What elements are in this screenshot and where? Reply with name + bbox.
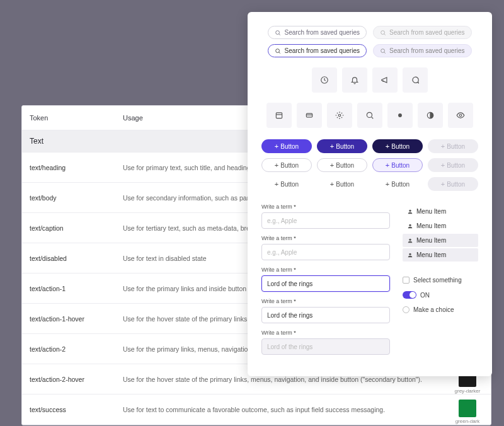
radio-icon xyxy=(403,306,410,313)
radio-control[interactable]: Make a choice xyxy=(403,306,478,313)
icon-button-row xyxy=(261,67,478,93)
menu-item[interactable]: Menu Item xyxy=(403,205,478,218)
clock-icon-button[interactable] xyxy=(312,67,337,93)
field-label: Write a term xyxy=(261,298,390,304)
table-row: text/success Use for text to communicate… xyxy=(22,394,491,425)
button-primary-active[interactable]: +Button xyxy=(372,139,423,153)
token-usage: Use for text to communicate a favorable … xyxy=(115,401,491,418)
token-name: text/caption xyxy=(22,219,115,237)
button-primary-hover[interactable]: +Button xyxy=(317,139,367,153)
svg-rect-9 xyxy=(276,113,282,118)
search-icon xyxy=(275,30,281,36)
button-outline-disabled: +Button xyxy=(428,158,478,172)
chat-icon-button[interactable] xyxy=(403,67,428,93)
card-icon xyxy=(305,111,314,120)
search-pill-muted[interactable]: Search from saved queries xyxy=(373,26,472,39)
button-label: Button xyxy=(447,162,465,169)
bell-icon-button[interactable] xyxy=(342,67,367,93)
search-icon-button[interactable] xyxy=(357,103,382,128)
calendar-icon-button[interactable] xyxy=(266,103,292,128)
plus-icon: + xyxy=(275,181,278,188)
plus-icon: + xyxy=(330,162,334,169)
calendar-icon xyxy=(275,111,284,120)
search-pill-label: Search from saved queries xyxy=(284,29,360,36)
token-name: text/action-2-hover xyxy=(22,371,115,388)
sun-icon xyxy=(396,111,404,120)
button-outline[interactable]: +Button xyxy=(261,158,312,172)
card-icon-button[interactable] xyxy=(297,103,322,128)
svg-point-21 xyxy=(409,238,411,240)
search-icon xyxy=(380,48,386,54)
sun-icon-button[interactable] xyxy=(387,103,413,128)
plus-icon: + xyxy=(275,162,278,169)
svg-line-5 xyxy=(279,52,280,53)
checkbox-icon xyxy=(403,277,410,284)
token-name: text/action-2 xyxy=(22,340,115,358)
token-name: text/action-1 xyxy=(22,280,115,297)
button-ghost-hover[interactable]: +Button xyxy=(317,177,367,191)
color-swatch: green-dark xyxy=(452,400,483,424)
svg-line-7 xyxy=(384,52,386,53)
field-label: Write a term xyxy=(261,330,390,336)
eye-icon xyxy=(456,111,465,120)
button-label: Button xyxy=(391,181,410,188)
field-label: Write a term xyxy=(261,267,390,273)
menu-item-selected[interactable]: Menu Item xyxy=(403,248,478,262)
text-input-empty[interactable] xyxy=(261,212,390,229)
token-name: text/success xyxy=(22,401,115,418)
svg-point-18 xyxy=(459,114,462,117)
button-ghost-active[interactable]: +Button xyxy=(372,177,423,191)
menu-item-hover[interactable]: Menu Item xyxy=(403,234,478,247)
person-icon xyxy=(407,223,413,229)
search-pill-default[interactable]: Search from saved queries xyxy=(268,26,367,39)
eye-icon-button[interactable] xyxy=(448,103,473,128)
search-pill-active-bg[interactable]: Search from saved queries xyxy=(373,44,472,57)
search-icon xyxy=(365,111,374,120)
svg-point-13 xyxy=(338,114,341,117)
button-grid: +Button +Button +Button +Button +Button … xyxy=(261,139,478,191)
toggle-icon xyxy=(403,291,416,299)
text-input-disabled xyxy=(261,338,390,355)
button-outline-active[interactable]: +Button xyxy=(372,158,423,172)
svg-point-16 xyxy=(399,114,402,117)
search-icon xyxy=(275,48,281,54)
svg-point-2 xyxy=(381,30,385,34)
contrast-icon xyxy=(426,111,435,120)
search-pill-label: Search from saved queries xyxy=(389,47,465,54)
text-input-empty[interactable] xyxy=(261,244,390,260)
svg-point-14 xyxy=(367,112,372,117)
text-input-focus[interactable] xyxy=(261,275,390,292)
icon-button-row xyxy=(261,103,478,128)
menu-list: Menu Item Menu Item Menu Item Menu Item xyxy=(403,205,478,262)
megaphone-icon-button[interactable] xyxy=(372,67,398,93)
checkbox-label: Select something xyxy=(413,277,462,284)
text-input-filled[interactable] xyxy=(261,307,390,323)
toggle-label: ON xyxy=(420,292,430,299)
contrast-icon-button[interactable] xyxy=(418,103,443,128)
field-group: Write a term xyxy=(261,235,390,260)
toggle-control[interactable]: ON xyxy=(403,291,478,299)
field-group: Write a term xyxy=(261,204,390,229)
button-ghost-disabled: +Button xyxy=(428,177,478,191)
person-icon xyxy=(407,252,413,258)
button-label: Button xyxy=(391,162,410,169)
svg-point-6 xyxy=(381,49,385,52)
button-label: Button xyxy=(336,143,354,150)
side-column: Menu Item Menu Item Menu Item Menu Item … xyxy=(403,204,478,355)
menu-item[interactable]: Menu Item xyxy=(403,219,478,233)
plus-icon: + xyxy=(386,181,389,188)
svg-point-19 xyxy=(409,209,411,211)
menu-item-label: Menu Item xyxy=(416,237,446,244)
gear-icon xyxy=(335,111,344,120)
svg-line-3 xyxy=(384,33,386,35)
search-pill-active[interactable]: Search from saved queries xyxy=(268,44,367,57)
gear-icon-button[interactable] xyxy=(327,103,352,128)
button-primary[interactable]: +Button xyxy=(261,139,312,153)
search-icon xyxy=(380,30,386,36)
radio-label: Make a choice xyxy=(413,306,454,313)
button-ghost[interactable]: +Button xyxy=(261,177,312,191)
button-outline-hover[interactable]: +Button xyxy=(317,158,367,172)
checkbox-control[interactable]: Select something xyxy=(403,277,478,284)
plus-icon: + xyxy=(441,143,445,150)
menu-item-label: Menu Item xyxy=(416,208,446,215)
